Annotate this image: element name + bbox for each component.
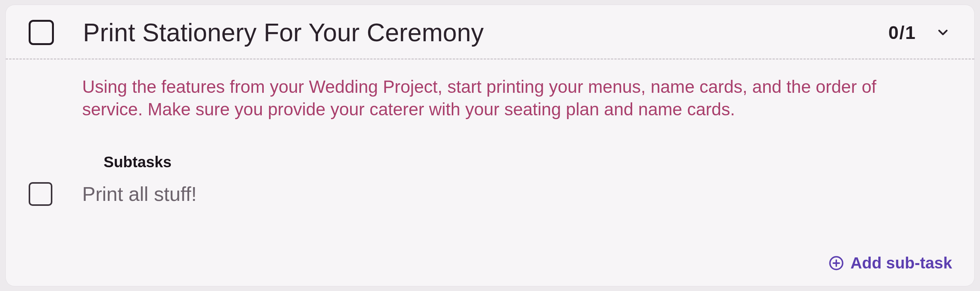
plus-circle-icon [828,255,844,271]
subtask-title: Print all stuff! [82,183,197,205]
task-header: Print Stationery For Your Ceremony 0/1 [6,5,974,58]
add-subtask-button[interactable]: Add sub-task [828,254,952,272]
task-description: Using the features from your Wedding Pro… [82,76,877,121]
task-checkbox[interactable] [29,20,54,45]
chevron-down-icon [935,25,951,40]
subtasks-heading: Subtasks [104,154,951,171]
task-title: Print Stationery For Your Ceremony [83,18,888,47]
task-body: Using the features from your Wedding Pro… [6,60,974,206]
add-subtask-label: Add sub-task [850,254,952,272]
subtask-progress: 0/1 [888,22,916,43]
subtask-row: Print all stuff! [29,182,951,206]
collapse-toggle[interactable] [935,24,951,41]
subtask-checkbox[interactable] [29,182,52,206]
task-card: Print Stationery For Your Ceremony 0/1 U… [5,5,975,286]
